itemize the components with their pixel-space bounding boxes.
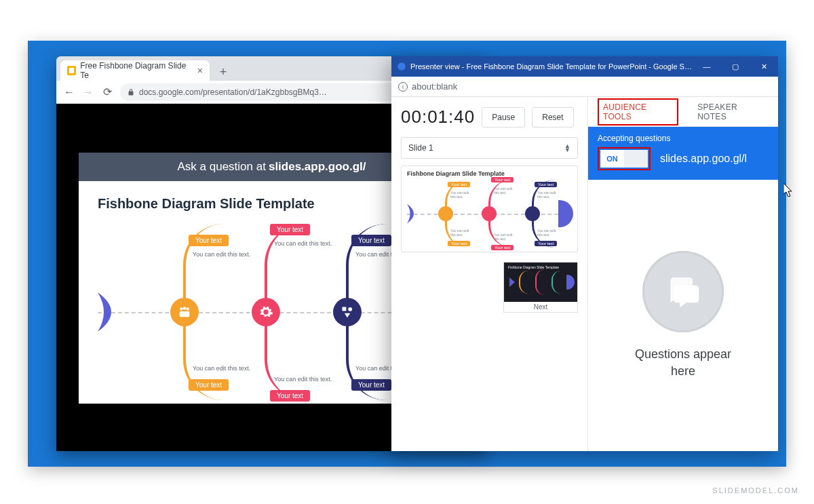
current-slide-thumbnail[interactable]: Fishbone Diagram Slide Template Your tex… [401,166,578,252]
pill-label: Your text [351,235,391,246]
timer-display: 00:01:40 [401,106,475,128]
accepting-label: Accepting questions [598,134,769,143]
fishbone-branch-3: Your text You can edit this text. You ca… [315,224,396,400]
fish-head-icon [407,203,421,224]
svg-point-1 [183,307,186,309]
desktop-background: Free Fishbone Diagram Slide Te × + ← → ⟳… [28,41,786,467]
pill-label: Your text [351,379,391,391]
next-label: Next [504,302,577,312]
forward-button[interactable]: → [82,86,94,98]
close-tab-icon[interactable]: × [197,65,203,76]
pill-label: Your text [270,390,310,402]
browser-tab[interactable]: Free Fishbone Diagram Slide Te × [60,60,210,81]
minimize-button[interactable]: — [693,56,721,77]
mini-fishbone: Your text You can edit this text. You ca… [407,180,572,248]
pill-label: Your text [270,224,310,235]
presenter-left-pane: 00:01:40 Pause Reset Slide 1 ▲▼ Fishbone… [391,97,588,451]
info-icon[interactable]: i [398,82,408,92]
toggle-on-label: ON [600,150,624,168]
reset-button[interactable]: Reset [532,107,573,128]
highlight-annotation: ON [598,147,651,170]
accepting-toggle[interactable]: ON [600,150,648,168]
fishbone-branch-2: Your text You can edit this text. You ca… [233,224,315,400]
chat-placeholder-icon [642,251,724,332]
qa-short-link[interactable]: slides.app.goo.gl/l [660,153,747,165]
presenter-url: about:blank [412,81,457,92]
slides-favicon-icon [67,66,76,75]
back-button[interactable]: ← [63,86,75,98]
tab-audience-tools[interactable]: AUDIENCE TOOLS [598,98,678,125]
gear-icon [252,298,280,326]
url-text: docs.google.com/presentation/d/1aKzgbbsg… [139,88,327,97]
slide-selector[interactable]: Slide 1 ▲▼ [401,137,578,159]
pill-label: Your text [189,235,229,246]
new-tab-button[interactable]: + [215,64,231,81]
pill-label: Your text [189,379,229,391]
presenter-address-bar: i about:blank [391,77,778,97]
svg-rect-3 [180,311,190,317]
presenter-view-window: Presenter view - Free Fishbone Diagram S… [391,56,778,451]
empty-state-text: Questions appearhere [635,346,731,380]
presenter-right-pane: AUDIENCE TOOLS SPEAKER NOTES Accepting q… [588,97,778,451]
questions-empty-state: Questions appearhere [588,180,778,451]
people-icon [170,298,199,326]
pause-button[interactable]: Pause [482,107,525,128]
next-slide-thumbnail[interactable]: Fishbone Diagram Slide Template Next [503,262,578,313]
next-thumb-image: Fishbone Diagram Slide Template [504,263,577,302]
lock-icon [127,88,135,96]
qa-banner-prefix: Ask a question at [178,160,266,174]
chevron-updown-icon: ▲▼ [564,144,570,152]
svg-rect-4 [343,307,347,311]
svg-point-5 [348,307,352,311]
close-window-button[interactable]: ✕ [750,56,778,77]
svg-point-2 [186,307,189,310]
app-icon [397,62,406,71]
tab-title: Free Fishbone Diagram Slide Te [80,61,191,80]
fishbone-branch-1: Your text You can edit this text. You ca… [152,224,233,400]
tab-speaker-notes[interactable]: SPEAKER NOTES [693,100,769,124]
reload-button[interactable]: ⟳ [101,86,113,98]
slide-selector-label: Slide 1 [408,143,433,153]
window-title: Presenter view - Free Fishbone Diagram S… [410,62,692,71]
fish-head-icon [98,292,125,332]
mouse-cursor-icon [783,183,794,197]
watermark: SLIDEMODEL.COM [712,486,799,495]
qa-banner-link: slides.app.goo.gl/ [269,160,366,174]
thumb-title: Fishbone Diagram Slide Template [407,170,572,177]
maximize-button[interactable]: ▢ [721,56,750,77]
accepting-questions-bar: Accepting questions ON slides.app.goo.gl… [588,127,778,180]
toggle-off-side [624,150,648,168]
window-titlebar: Presenter view - Free Fishbone Diagram S… [391,56,778,77]
svg-point-0 [180,307,182,310]
svg-point-6 [398,62,406,71]
shapes-icon [333,298,362,326]
presenter-tabs: AUDIENCE TOOLS SPEAKER NOTES [588,97,778,127]
fish-tail-icon [558,200,573,227]
